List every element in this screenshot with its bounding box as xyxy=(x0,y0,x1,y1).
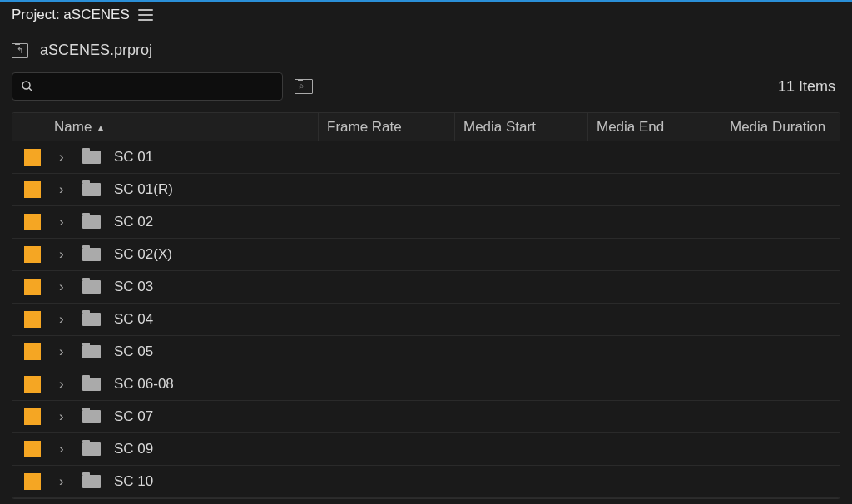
column-header-media-end[interactable]: Media End xyxy=(588,113,721,141)
column-header-frame-rate-label: Frame Rate xyxy=(327,119,402,136)
table-row[interactable]: ›SC 05 xyxy=(12,336,840,368)
folder-icon xyxy=(82,345,101,358)
bin-name: SC 01(R) xyxy=(114,181,840,198)
search-icon xyxy=(21,80,34,93)
folder-icon xyxy=(82,313,101,326)
column-header-media-duration[interactable]: Media Duration xyxy=(721,113,840,141)
chevron-right-icon[interactable]: › xyxy=(59,343,72,360)
folder-icon xyxy=(82,442,101,456)
color-label-chip[interactable] xyxy=(24,214,41,230)
table-row[interactable]: ›SC 02(X) xyxy=(12,239,840,271)
color-label-chip[interactable] xyxy=(24,181,41,198)
folder-icon xyxy=(82,410,101,423)
chevron-right-icon[interactable]: › xyxy=(59,214,72,230)
color-label-chip[interactable] xyxy=(24,149,41,166)
bin-name: SC 06-08 xyxy=(114,376,840,393)
color-label-chip[interactable] xyxy=(24,311,41,328)
panel-header: Project: aSCENES xyxy=(0,2,852,30)
project-file-name: aSCENES.prproj xyxy=(40,42,152,59)
chevron-right-icon[interactable]: › xyxy=(59,279,72,295)
bin-name: SC 07 xyxy=(114,408,840,425)
column-header-media-duration-label: Media Duration xyxy=(730,119,825,136)
toolbar: ⌕ 11 Items xyxy=(0,67,852,112)
folder-icon xyxy=(82,215,101,229)
column-header-media-start[interactable]: Media Start xyxy=(455,113,588,141)
color-label-chip[interactable] xyxy=(24,279,41,295)
svg-line-1 xyxy=(29,88,32,91)
chevron-right-icon[interactable]: › xyxy=(59,246,72,263)
color-label-chip[interactable] xyxy=(24,441,41,457)
column-header-name[interactable]: Name ▴ xyxy=(12,113,319,141)
folder-icon xyxy=(82,151,101,164)
color-label-chip[interactable] xyxy=(24,473,41,490)
table-row[interactable]: ›SC 01 xyxy=(12,141,840,174)
sort-ascending-icon: ▴ xyxy=(98,121,103,133)
svg-point-0 xyxy=(22,82,30,89)
chevron-right-icon[interactable]: › xyxy=(59,181,72,198)
folder-icon xyxy=(82,183,101,196)
chevron-right-icon[interactable]: › xyxy=(59,149,72,166)
bin-name: SC 01 xyxy=(114,149,840,166)
search-input[interactable] xyxy=(34,80,282,94)
table-row[interactable]: ›SC 07 xyxy=(12,401,840,433)
bin-name: SC 04 xyxy=(114,311,840,328)
table-row[interactable]: ›SC 03 xyxy=(12,271,840,304)
table-row[interactable]: ›SC 02 xyxy=(12,206,840,239)
bin-name: SC 09 xyxy=(114,441,840,457)
table-row[interactable]: ›SC 01(R) xyxy=(12,174,840,206)
column-header-frame-rate[interactable]: Frame Rate xyxy=(319,113,455,141)
bin-name: SC 02(X) xyxy=(114,246,840,263)
table-header: Name ▴ Frame Rate Media Start Media End … xyxy=(12,113,840,141)
column-header-name-label: Name xyxy=(54,119,92,136)
bin-name: SC 05 xyxy=(114,343,840,360)
color-label-chip[interactable] xyxy=(24,246,41,263)
chevron-right-icon[interactable]: › xyxy=(59,311,72,328)
new-search-bin-icon[interactable]: ⌕ xyxy=(295,79,313,94)
column-header-media-start-label: Media Start xyxy=(463,119,536,136)
folder-icon xyxy=(82,248,101,261)
panel-menu-icon[interactable] xyxy=(138,9,153,21)
bin-name: SC 02 xyxy=(114,214,840,230)
table-row[interactable]: ›SC 09 xyxy=(12,433,840,466)
folder-icon xyxy=(82,280,101,294)
table-row[interactable]: ›SC 10 xyxy=(12,466,840,498)
item-count: 11 Items xyxy=(778,78,840,96)
folder-icon xyxy=(82,378,101,391)
table-row[interactable]: ›SC 04 xyxy=(12,304,840,336)
up-folder-icon[interactable]: ↰ xyxy=(12,43,28,58)
search-box[interactable] xyxy=(12,72,283,101)
bin-name: SC 03 xyxy=(114,279,840,295)
chevron-right-icon[interactable]: › xyxy=(59,408,72,425)
folder-icon xyxy=(82,475,101,488)
bin-name: SC 10 xyxy=(114,473,840,490)
table-row[interactable]: ›SC 06-08 xyxy=(12,368,840,401)
project-table: Name ▴ Frame Rate Media Start Media End … xyxy=(12,112,840,499)
panel-title: Project: aSCENES xyxy=(12,7,130,23)
column-header-media-end-label: Media End xyxy=(597,119,664,136)
color-label-chip[interactable] xyxy=(24,376,41,393)
chevron-right-icon[interactable]: › xyxy=(59,441,72,457)
color-label-chip[interactable] xyxy=(24,343,41,360)
color-label-chip[interactable] xyxy=(24,408,41,425)
chevron-right-icon[interactable]: › xyxy=(59,473,72,490)
chevron-right-icon[interactable]: › xyxy=(59,376,72,393)
table-body: ›SC 01›SC 01(R)›SC 02›SC 02(X)›SC 03›SC … xyxy=(12,141,840,498)
project-file-row: ↰ aSCENES.prproj xyxy=(0,30,852,67)
